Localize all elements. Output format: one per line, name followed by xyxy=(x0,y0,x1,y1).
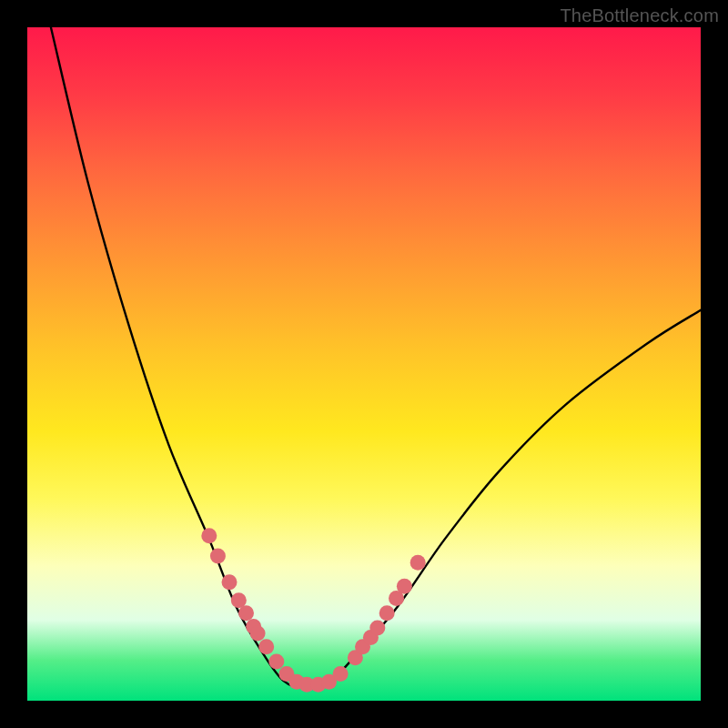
marker-point xyxy=(333,666,349,682)
marker-point xyxy=(410,555,426,571)
marker-point xyxy=(369,621,385,636)
marker-point xyxy=(379,605,395,621)
marker-point xyxy=(268,654,284,670)
marker-point xyxy=(397,579,412,594)
bottleneck-curve xyxy=(51,27,701,687)
marker-point xyxy=(250,626,266,642)
curve-layer xyxy=(27,27,701,701)
marker-point xyxy=(222,574,238,590)
marker-group xyxy=(201,528,425,693)
marker-point xyxy=(210,548,226,563)
marker-point xyxy=(238,605,254,621)
attribution-label: TheBottleneck.com xyxy=(560,5,719,26)
plot-area xyxy=(27,27,701,701)
marker-point xyxy=(258,639,274,654)
marker-point xyxy=(201,528,217,543)
chart-frame: TheBottleneck.com xyxy=(0,0,728,728)
